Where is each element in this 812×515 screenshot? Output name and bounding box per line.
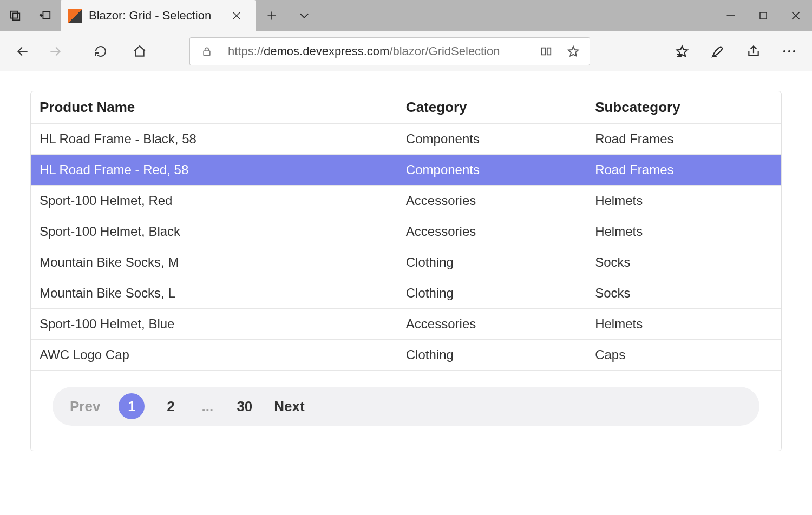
table-row[interactable]: Mountain Bike Socks, LClothingSocks [31, 278, 781, 309]
cell-category: Accessories [397, 309, 586, 340]
table-row[interactable]: Mountain Bike Socks, MClothingSocks [31, 247, 781, 278]
cell-product: Sport-100 Helmet, Red [31, 186, 397, 216]
new-tab-button[interactable] [256, 0, 288, 31]
pager-last-page[interactable]: 30 [233, 393, 256, 419]
col-header-category[interactable]: Category [397, 91, 586, 124]
toolbar-right [667, 38, 804, 64]
pager-prev-button[interactable]: Prev [67, 393, 103, 419]
cell-subcategory: Helmets [586, 216, 781, 247]
cell-category: Accessories [397, 186, 586, 216]
table-row[interactable]: HL Road Frame - Black, 58ComponentsRoad … [31, 124, 781, 155]
cell-product: Mountain Bike Socks, L [31, 278, 397, 309]
window-close-button[interactable] [780, 0, 812, 31]
close-tab-button[interactable] [227, 6, 246, 25]
cell-category: Components [397, 155, 586, 186]
notes-button[interactable] [703, 38, 733, 64]
svg-rect-2 [43, 12, 50, 19]
pager: Prev 1 2 ... 30 Next [53, 387, 759, 426]
svg-point-6 [788, 50, 790, 52]
cell-category: Clothing [397, 340, 586, 371]
url-scheme: https:// [228, 44, 264, 58]
refresh-button[interactable] [86, 38, 116, 64]
cell-product: Mountain Bike Socks, M [31, 247, 397, 278]
address-bar[interactable]: https://demos.devexpress.com/blazor/Grid… [189, 37, 590, 65]
cell-product: Sport-100 Helmet, Blue [31, 309, 397, 340]
url-path: /blazor/GridSelection [389, 44, 500, 58]
nav-forward-button[interactable] [40, 38, 70, 64]
grid-card: Product Name Category Subcategory HL Roa… [30, 91, 782, 451]
pager-page-2[interactable]: 2 [160, 393, 181, 419]
favicon-icon [68, 9, 82, 23]
share-button[interactable] [738, 38, 769, 64]
window-maximize-button[interactable] [747, 0, 780, 31]
nav-back-button[interactable] [8, 38, 38, 64]
tab-actions-icon[interactable] [0, 0, 30, 31]
cell-subcategory: Helmets [586, 186, 781, 216]
pager-next-button[interactable]: Next [271, 393, 307, 419]
lock-icon[interactable] [194, 38, 219, 65]
table-row[interactable]: Sport-100 Helmet, BlackAccessoriesHelmet… [31, 216, 781, 247]
cell-category: Components [397, 124, 586, 155]
svg-point-5 [783, 50, 785, 52]
header-row: Product Name Category Subcategory [31, 91, 781, 124]
cell-product: HL Road Frame - Black, 58 [31, 124, 397, 155]
cell-subcategory: Road Frames [586, 124, 781, 155]
cell-product: AWC Logo Cap [31, 340, 397, 371]
window-minimize-button[interactable] [715, 0, 747, 31]
tab-title: Blazor: Grid - Selection [89, 9, 211, 23]
table-row[interactable]: AWC Logo CapClothingCaps [31, 340, 781, 371]
cell-product: Sport-100 Helmet, Black [31, 216, 397, 247]
address-url[interactable]: https://demos.devexpress.com/blazor/Grid… [222, 44, 531, 58]
home-button[interactable] [125, 38, 155, 64]
cell-category: Clothing [397, 247, 586, 278]
data-grid: Product Name Category Subcategory HL Roa… [31, 91, 781, 371]
settings-more-button[interactable] [774, 38, 804, 64]
pager-ellipsis: ... [197, 393, 218, 419]
col-header-product[interactable]: Product Name [31, 91, 397, 124]
cell-subcategory: Helmets [586, 309, 781, 340]
cell-product: HL Road Frame - Red, 58 [31, 155, 397, 186]
table-row[interactable]: Sport-100 Helmet, RedAccessoriesHelmets [31, 186, 781, 216]
cell-category: Accessories [397, 216, 586, 247]
cell-category: Clothing [397, 278, 586, 309]
cell-subcategory: Socks [586, 278, 781, 309]
page-content: Product Name Category Subcategory HL Roa… [0, 71, 812, 473]
cell-subcategory: Road Frames [586, 155, 781, 186]
svg-rect-0 [11, 11, 18, 18]
titlebar-left: Blazor: Grid - Selection [0, 0, 320, 31]
tab-overflow-button[interactable] [288, 0, 320, 31]
favorites-bar-button[interactable] [667, 38, 697, 64]
set-aside-tabs-icon[interactable] [30, 0, 61, 31]
window-titlebar: Blazor: Grid - Selection [0, 0, 812, 31]
url-host: demos.devexpress.com [264, 44, 389, 58]
pager-page-1[interactable]: 1 [119, 393, 145, 419]
svg-point-7 [793, 50, 795, 52]
browser-toolbar: https://demos.devexpress.com/blazor/Grid… [0, 31, 812, 71]
col-header-subcategory[interactable]: Subcategory [586, 91, 781, 124]
tab-strip-actions [256, 0, 320, 31]
cell-subcategory: Caps [586, 340, 781, 371]
browser-tab[interactable]: Blazor: Grid - Selection [61, 0, 256, 31]
cell-subcategory: Socks [586, 247, 781, 278]
svg-rect-1 [12, 13, 19, 20]
favorite-button[interactable] [561, 38, 585, 65]
svg-rect-3 [760, 12, 767, 19]
svg-rect-4 [204, 51, 210, 55]
table-row[interactable]: HL Road Frame - Red, 58ComponentsRoad Fr… [31, 155, 781, 186]
table-row[interactable]: Sport-100 Helmet, BlueAccessoriesHelmets [31, 309, 781, 340]
reading-view-button[interactable] [534, 38, 558, 65]
